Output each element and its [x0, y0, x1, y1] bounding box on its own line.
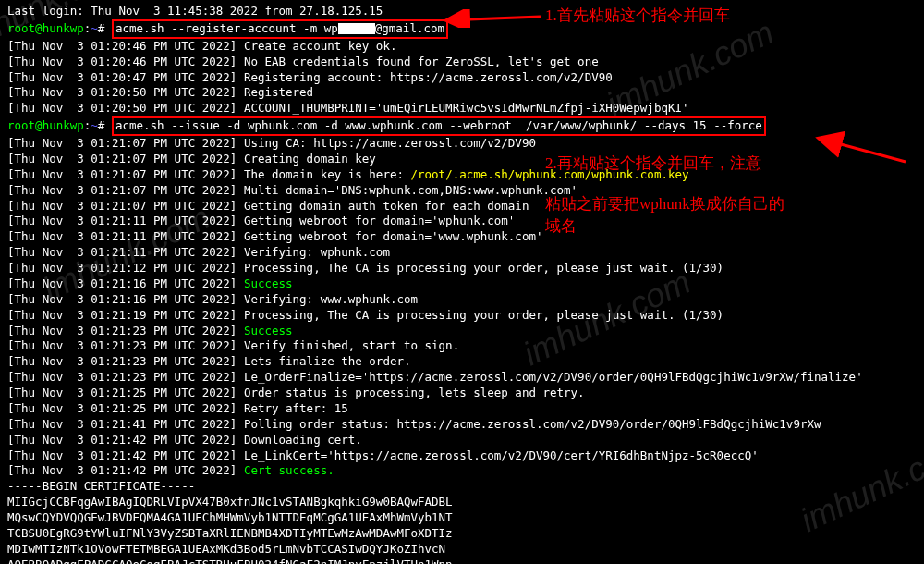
log-line: [Thu Nov 3 01:21:23 PM UTC 2022] Lets fi… — [7, 354, 917, 370]
log-line: [Thu Nov 3 01:20:46 PM UTC 2022] No EAB … — [7, 55, 917, 70]
log-line: [Thu Nov 3 01:20:46 PM UTC 2022] Create … — [7, 39, 917, 55]
arrow-icon — [439, 9, 550, 28]
log-line: [Thu Nov 3 01:21:23 PM UTC 2022] Success — [7, 324, 917, 339]
log-line: [Thu Nov 3 01:21:16 PM UTC 2022] Verifyi… — [7, 292, 917, 308]
annotation-step3: 粘贴之前要把wphunk换成你自己的 — [545, 194, 784, 215]
annotation-step1: 1.首先粘贴这个指令并回车 — [545, 6, 730, 27]
cert-begin: -----BEGIN CERTIFICATE----- — [7, 479, 917, 495]
log-line: [Thu Nov 3 01:21:42 PM UTC 2022] Downloa… — [7, 433, 917, 448]
log-line: [Thu Nov 3 01:21:42 PM UTC 2022] Le_Link… — [7, 448, 917, 464]
log-line: [Thu Nov 3 01:21:41 PM UTC 2022] Polling… — [7, 417, 917, 433]
log-line: [Thu Nov 3 01:21:16 PM UTC 2022] Success — [7, 276, 917, 292]
svg-line-0 — [448, 17, 541, 20]
command-line-2[interactable]: root@hunkwp:~# acme.sh --issue -d wphunk… — [7, 116, 917, 136]
log-line: [Thu Nov 3 01:21:07 PM UTC 2022] The dom… — [7, 167, 917, 183]
cert-line: MQswCQYDVQQGEwJBVDEQMA4GA1UEChMHWmVyb1NT… — [7, 510, 917, 526]
success-text: Success — [244, 324, 293, 337]
command-1-box: acme.sh --register-account -m wp@gmail.c… — [112, 19, 448, 39]
log-line: [Thu Nov 3 01:21:07 PM UTC 2022] Creatin… — [7, 152, 917, 167]
log-line: [Thu Nov 3 01:21:23 PM UTC 2022] Le_Orde… — [7, 370, 917, 386]
success-text: Success — [244, 276, 293, 290]
annotation-step2: 2.再粘贴这个指令并回车，注意 — [545, 153, 761, 175]
log-line: [Thu Nov 3 01:21:25 PM UTC 2022] Order s… — [7, 386, 917, 401]
cert-line: MIIGcjCCBFqgAwIBAgIQDRLVIpVX47B0xfnJNc1v… — [7, 495, 917, 510]
log-line: [Thu Nov 3 01:20:50 PM UTC 2022] Registe… — [7, 85, 917, 101]
log-line: [Thu Nov 3 01:21:19 PM UTC 2022] Process… — [7, 308, 917, 324]
cert-line: MDIwMTIzNTk1OVowFTETMBEGA1UEAxMKd3Bod5rL… — [7, 542, 917, 558]
log-line: [Thu Nov 3 01:21:11 PM UTC 2022] Verifyi… — [7, 245, 917, 261]
redacted-email — [338, 23, 375, 34]
log-line: [Thu Nov 3 01:21:11 PM UTC 2022] Getting… — [7, 214, 917, 229]
log-line: [Thu Nov 3 01:21:42 PM UTC 2022] Cert su… — [7, 463, 917, 479]
cert-success-text: Cert success. — [244, 463, 334, 477]
prompt-user: root@hunkwp — [7, 21, 84, 35]
log-line: [Thu Nov 3 01:21:12 PM UTC 2022] Process… — [7, 261, 917, 276]
cert-line: TCBSU0EgRG9tYWluIFNlY3VyZSBTaXRlIENBMB4X… — [7, 526, 917, 542]
log-line: [Thu Nov 3 01:21:07 PM UTC 2022] Using C… — [7, 136, 917, 152]
prompt-user: root@hunkwp — [7, 118, 84, 132]
prompt-path: ~ — [91, 118, 98, 132]
log-line: [Thu Nov 3 01:20:47 PM UTC 2022] Registe… — [7, 70, 917, 86]
log-line: [Thu Nov 3 01:21:11 PM UTC 2022] Getting… — [7, 229, 917, 245]
arrow-icon — [813, 129, 915, 166]
log-line: [Thu Nov 3 01:21:23 PM UTC 2022] Verify … — [7, 338, 917, 354]
prompt-path: ~ — [91, 21, 98, 35]
command-2-box: acme.sh --issue -d wphunk.com -d www.wph… — [112, 116, 766, 136]
cert-line: AQEBBQADggEPADCCAQoCggEBAJcTSTRUuFPU024f… — [7, 558, 917, 564]
log-line: [Thu Nov 3 01:21:25 PM UTC 2022] Retry a… — [7, 401, 917, 417]
log-line: [Thu Nov 3 01:20:50 PM UTC 2022] ACCOUNT… — [7, 101, 917, 116]
annotation-step4: 域名 — [545, 216, 577, 238]
svg-line-1 — [821, 139, 906, 162]
